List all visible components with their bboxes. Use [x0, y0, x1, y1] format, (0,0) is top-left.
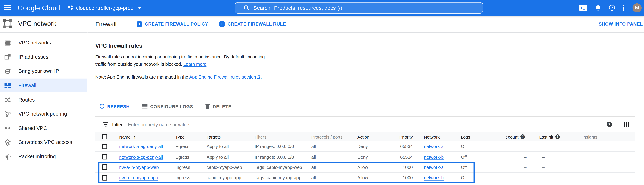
network-link[interactable]: network-b: [424, 154, 444, 159]
column-header-type[interactable]: Type: [174, 132, 206, 141]
cell-targets: capic-myapp-web: [206, 162, 254, 172]
create-firewall-policy-button[interactable]: + CREATE FIREWALL POLICY: [137, 21, 208, 27]
row-checkbox[interactable]: [102, 154, 107, 160]
network-link[interactable]: network-b: [424, 175, 444, 180]
last-hit-help-icon[interactable]: ?: [555, 134, 560, 139]
column-header-protocols-ports[interactable]: Protocols / ports: [310, 132, 356, 141]
network-link[interactable]: network-a: [424, 165, 444, 170]
sidebar-item-label: Serverless VPC access: [18, 140, 72, 145]
project-switcher[interactable]: cloudcontroller-gcp-prod: [68, 0, 142, 16]
cell-hit-count: –: [492, 162, 529, 172]
firewall-rule-link[interactable]: network-a-eg-deny-all: [119, 144, 163, 149]
row-checkbox[interactable]: [102, 165, 107, 170]
cell-insights: [566, 162, 635, 172]
refresh-label: REFRESH: [107, 104, 130, 109]
cell-priority: 1000: [392, 173, 414, 183]
cell-protocols: all: [310, 173, 356, 183]
sidebar-item-serverless-vpc-access[interactable]: Serverless VPC access: [0, 135, 87, 150]
sidebar-item-shared-vpc[interactable]: Shared VPC: [0, 121, 87, 135]
cell-protocols: all: [310, 162, 356, 172]
project-name: cloudcontroller-gcp-prod: [76, 5, 134, 11]
sidebar-item-bring-your-own-ip[interactable]: Bring your own IP: [0, 64, 87, 79]
help-glyph: ?: [608, 122, 610, 126]
column-label: Hit count: [502, 134, 518, 139]
sidebar-item-vpc-network-peering[interactable]: VPC network peering: [0, 107, 87, 121]
app-engine-firewall-rules-link[interactable]: App Engine Firewall rules section: [189, 74, 256, 79]
sidebar-item-packet-mirroring[interactable]: Packet mirroring: [0, 149, 87, 164]
cell-filters: IP ranges: 0.0.0.0/0: [254, 152, 310, 162]
table-toolbar: REFRESH CONFIGURE LOGS DELETE: [95, 96, 635, 116]
sidebar-item-vpc-networks[interactable]: VPC networks: [0, 36, 87, 50]
cell-hit-count: –: [492, 173, 529, 183]
select-all-checkbox[interactable]: [102, 134, 107, 139]
routes-icon: [4, 96, 11, 103]
firewall-rules-card: REFRESH CONFIGURE LOGS DELETE: [95, 96, 635, 183]
network-link[interactable]: network-a: [424, 144, 444, 149]
delete-icon: [205, 104, 210, 109]
delete-button[interactable]: DELETE: [205, 104, 232, 109]
column-header-network[interactable]: Network: [414, 132, 451, 141]
learn-more-link[interactable]: Learn more: [184, 61, 206, 66]
cloud-shell-icon[interactable]: [579, 5, 587, 11]
filter-bar: Filter ?: [95, 116, 635, 132]
sidebar-item-label: VPC network peering: [18, 111, 67, 117]
notifications-bell-icon[interactable]: [595, 5, 601, 11]
page-title: Firewall: [95, 20, 116, 27]
filter-icon: [103, 122, 108, 126]
column-header-name[interactable]: Name ↑: [118, 132, 174, 141]
filter-input[interactable]: [128, 122, 606, 127]
cell-filters: Tags: capic-myapp-app: [254, 173, 310, 183]
configure-logs-label: CONFIGURE LOGS: [150, 104, 193, 109]
filter-help-icon[interactable]: ?: [606, 122, 612, 127]
sidebar-item-label: Bring your own IP: [18, 68, 59, 74]
show-info-panel-button[interactable]: SHOW INFO PANEL: [598, 22, 643, 27]
create-firewall-policy-label: CREATE FIREWALL POLICY: [145, 22, 208, 27]
more-options-icon[interactable]: [623, 5, 624, 11]
column-header-filters[interactable]: Filters: [254, 132, 310, 141]
section-description: Firewall rules control incoming or outgo…: [95, 53, 265, 68]
avatar[interactable]: M: [632, 3, 642, 12]
help-icon[interactable]: ?: [609, 5, 615, 11]
refresh-button[interactable]: REFRESH: [99, 104, 130, 109]
column-display-options-icon[interactable]: [624, 122, 629, 127]
column-header-hit-count[interactable]: Hit count ?: [492, 132, 529, 141]
sidebar-item-ip-addresses[interactable]: IP addresses: [0, 50, 87, 64]
cell-insights: [566, 152, 635, 162]
cell-targets: Apply to all: [206, 141, 254, 151]
cell-logs: Off: [451, 152, 492, 162]
google-cloud-logo[interactable]: Google Cloud: [18, 0, 60, 16]
cell-priority: 65534: [392, 152, 414, 162]
firewall-rule-link[interactable]: nw-b-in-myapp-app: [119, 175, 158, 180]
column-header-insights[interactable]: Insights: [566, 132, 635, 141]
description-line-1: Firewall rules control incoming or outgo…: [95, 54, 265, 59]
sidebar-item-firewall[interactable]: Firewall: [0, 78, 87, 93]
row-checkbox[interactable]: [102, 144, 107, 149]
column-label: Name: [119, 134, 131, 139]
help-glyph: ?: [522, 135, 524, 139]
create-firewall-rule-button[interactable]: + CREATE FIREWALL RULE: [219, 21, 286, 27]
topbar-actions: ? M: [579, 0, 642, 16]
column-header-priority[interactable]: Priority: [392, 132, 414, 141]
menu-icon[interactable]: [4, 5, 11, 10]
chevron-down-icon: [138, 7, 141, 9]
configure-logs-button[interactable]: CONFIGURE LOGS: [142, 104, 193, 109]
column-header-action[interactable]: Action: [356, 132, 392, 141]
firewall-rule-link[interactable]: nw-a-in-myapp-web: [119, 165, 159, 170]
cell-priority: 65534: [392, 141, 414, 151]
column-header-targets[interactable]: Targets: [206, 132, 254, 141]
hit-count-help-icon[interactable]: ?: [520, 134, 525, 139]
firewall-rule-link[interactable]: network-b-eg-deny-all: [119, 154, 163, 159]
cell-filters: IP ranges: 0.0.0.0/0: [254, 141, 310, 151]
search-bar[interactable]: Search: [235, 2, 483, 14]
cell-insights: [566, 141, 635, 151]
sidebar-item-label: Firewall: [18, 83, 36, 88]
divider: [618, 120, 618, 129]
column-header-last-hit[interactable]: Last hit ?: [529, 132, 566, 141]
column-label: Filters: [254, 134, 266, 139]
vpc-network-icon: [3, 19, 12, 28]
search-input[interactable]: [274, 5, 478, 11]
sidebar-item-routes[interactable]: Routes: [0, 93, 87, 107]
row-checkbox[interactable]: [102, 175, 107, 180]
cell-action: Deny: [356, 152, 392, 162]
column-header-logs[interactable]: Logs: [451, 132, 492, 141]
